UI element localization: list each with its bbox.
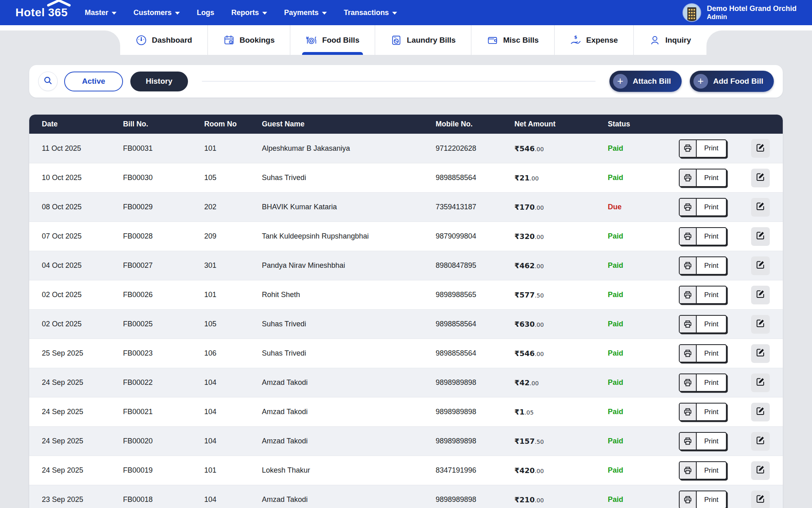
brand-logo[interactable]: Hotel 365 bbox=[15, 6, 68, 19]
print-button[interactable]: Print bbox=[679, 286, 727, 304]
printer-icon bbox=[680, 404, 697, 420]
add-food-bill-button[interactable]: + Add Food Bill bbox=[690, 71, 774, 92]
cell-guest-name: Lokesh Thakur bbox=[262, 466, 436, 475]
cell-guest-name: Rohit Sheth bbox=[262, 291, 436, 299]
status-badge: Paid bbox=[608, 291, 623, 299]
filter-history-button[interactable]: History bbox=[130, 72, 188, 91]
print-button[interactable]: Print bbox=[679, 227, 727, 245]
cell-mobile-no: 9879099804 bbox=[436, 232, 514, 241]
tab-bookings[interactable]: Bookings bbox=[207, 25, 290, 55]
nav-item-reports[interactable]: Reports bbox=[231, 9, 267, 17]
cell-net-amount: ₹577.50 bbox=[514, 291, 608, 299]
edit-button[interactable] bbox=[751, 315, 770, 334]
amount-frac: 00 bbox=[537, 497, 544, 504]
nav-item-master[interactable]: Master bbox=[85, 9, 117, 17]
print-button[interactable]: Print bbox=[679, 344, 727, 363]
tab-dashboard[interactable]: Dashboard bbox=[120, 25, 207, 55]
cell-guest-name: Suhas Trivedi bbox=[262, 174, 436, 182]
amount-frac: 00 bbox=[537, 204, 544, 211]
cell-date: 02 Oct 2025 bbox=[42, 320, 123, 328]
print-label: Print bbox=[697, 199, 726, 215]
background-notch-right bbox=[706, 30, 812, 55]
print-button[interactable]: Print bbox=[679, 491, 727, 508]
cell-room-no: 104 bbox=[204, 495, 262, 504]
print-button[interactable]: Print bbox=[679, 198, 727, 216]
status-badge: Paid bbox=[608, 261, 623, 269]
edit-button[interactable] bbox=[751, 373, 770, 392]
edit-button[interactable] bbox=[751, 286, 770, 304]
print-button[interactable]: Print bbox=[679, 432, 727, 450]
tab-food-bills[interactable]: Food Bills bbox=[290, 25, 375, 55]
cell-mobile-no: 9898988565 bbox=[436, 291, 514, 299]
tab-laundry-bills[interactable]: Laundry Bills bbox=[375, 25, 471, 55]
cell-date: 07 Oct 2025 bbox=[42, 232, 123, 241]
edit-pencil-icon bbox=[756, 406, 765, 418]
table-row: 02 Oct 2025 FB00026 101 Rohit Sheth 9898… bbox=[29, 280, 783, 309]
print-button[interactable]: Print bbox=[679, 256, 727, 275]
table-row: 23 Sep 2025 FB00018 104 Amzad Takodi 989… bbox=[29, 485, 783, 508]
print-label: Print bbox=[697, 257, 726, 274]
print-button[interactable]: Print bbox=[679, 461, 727, 480]
cell-room-no: 101 bbox=[204, 144, 262, 153]
amount-frac: 00 bbox=[537, 321, 544, 328]
amount-frac: 00 bbox=[537, 263, 544, 269]
amount-currency: ₹ bbox=[514, 291, 520, 299]
edit-button[interactable] bbox=[751, 169, 770, 187]
filter-active-button[interactable]: Active bbox=[64, 72, 123, 91]
search-button[interactable] bbox=[38, 72, 58, 91]
edit-button[interactable] bbox=[751, 491, 770, 508]
printer-icon bbox=[680, 140, 697, 157]
cell-guest-name: Suhas Trivedi bbox=[262, 320, 436, 328]
cell-bill-no: FB00020 bbox=[123, 437, 204, 445]
user-name: Demo Hotel Grand Orchid bbox=[707, 4, 797, 13]
print-label: Print bbox=[697, 316, 726, 332]
nav-item-logs[interactable]: Logs bbox=[197, 9, 214, 17]
brand-name-primary: Hotel bbox=[15, 6, 45, 19]
print-button[interactable]: Print bbox=[679, 315, 727, 333]
user-profile[interactable]: Demo Hotel Grand Orchid Admin bbox=[682, 0, 797, 25]
tab-expense[interactable]: $ Expense bbox=[554, 25, 633, 55]
print-button[interactable]: Print bbox=[679, 169, 727, 187]
nav-item-customers[interactable]: Customers bbox=[134, 9, 180, 17]
edit-button[interactable] bbox=[751, 198, 770, 217]
print-label: Print bbox=[697, 287, 726, 303]
cell-bill-no: FB00023 bbox=[123, 349, 204, 358]
edit-button[interactable] bbox=[751, 139, 770, 158]
cell-mobile-no: 9712202628 bbox=[436, 144, 514, 153]
dining-icon bbox=[306, 35, 317, 46]
edit-pencil-icon bbox=[756, 377, 765, 389]
tab-inquiry[interactable]: Inquiry bbox=[633, 25, 706, 55]
filter-divider bbox=[202, 81, 596, 82]
amount-whole: 170 bbox=[520, 203, 535, 211]
table-header: Date Bill No. Room No Guest Name Mobile … bbox=[29, 115, 783, 134]
print-label: Print bbox=[697, 345, 726, 362]
tab-misc-bills[interactable]: Misc Bills bbox=[471, 25, 554, 55]
amount-currency: ₹ bbox=[514, 203, 520, 211]
cell-net-amount: ₹546.00 bbox=[514, 144, 608, 153]
status-badge: Paid bbox=[608, 408, 623, 416]
printer-icon bbox=[680, 374, 697, 391]
attach-bill-button[interactable]: + Attach Bill bbox=[609, 71, 682, 92]
amount-whole: 577 bbox=[520, 291, 535, 299]
nav-item-transactions[interactable]: Transactions bbox=[344, 9, 397, 17]
cell-guest-name: Amzad Takodi bbox=[262, 408, 436, 416]
cell-mobile-no: 9898858564 bbox=[436, 174, 514, 182]
edit-pencil-icon bbox=[756, 172, 765, 184]
cell-net-amount: ₹21.00 bbox=[514, 174, 608, 182]
edit-pencil-icon bbox=[756, 494, 765, 506]
edit-button[interactable] bbox=[751, 256, 770, 275]
edit-button[interactable] bbox=[751, 432, 770, 451]
print-button[interactable]: Print bbox=[679, 403, 727, 421]
nav-item-payments[interactable]: Payments bbox=[284, 9, 327, 17]
status-badge: Paid bbox=[608, 144, 623, 152]
cell-date: 04 Oct 2025 bbox=[42, 261, 123, 270]
cell-date: 24 Sep 2025 bbox=[42, 466, 123, 475]
print-button[interactable]: Print bbox=[679, 373, 727, 392]
edit-button[interactable] bbox=[751, 461, 770, 480]
edit-button[interactable] bbox=[751, 227, 770, 246]
edit-button[interactable] bbox=[751, 344, 770, 363]
edit-button[interactable] bbox=[751, 403, 770, 421]
print-button[interactable]: Print bbox=[679, 139, 727, 158]
cell-bill-no: FB00031 bbox=[123, 144, 204, 153]
cell-net-amount: ₹462.00 bbox=[514, 261, 608, 270]
